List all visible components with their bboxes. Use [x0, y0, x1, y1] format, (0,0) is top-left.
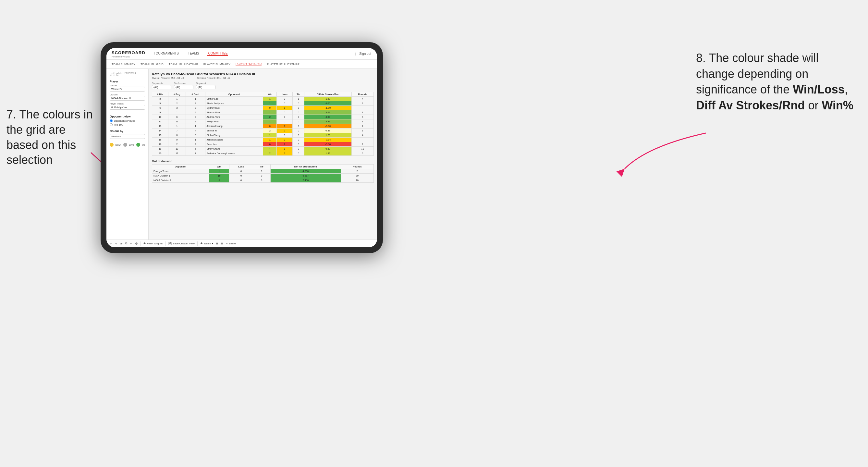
share-button[interactable]: ↗ Share — [225, 242, 236, 245]
view-original-button[interactable]: 👁 View: Original — [144, 242, 163, 245]
cell-opponent: Stella Cheng — [205, 133, 263, 137]
overall-record: Overall Record: 353 - 34 - 6 — [152, 76, 184, 80]
legend-level-label: Level — [129, 144, 135, 146]
nav-committee[interactable]: COMMITTEE — [207, 52, 228, 56]
ood-cell-diff: 7.400 — [271, 178, 341, 183]
cell-opponent: Alexis Sudijanto — [205, 101, 263, 106]
cell-rounds: 4 — [351, 97, 373, 101]
opponent-view-label: Opponent view — [110, 115, 145, 118]
cell-div: 15 — [152, 133, 168, 137]
opponent-select[interactable]: (All) — [196, 85, 215, 89]
cell-conf: 1 — [186, 124, 205, 128]
undo-icon[interactable]: ↩ — [110, 242, 112, 245]
cell-diff: 0.38 — [304, 128, 351, 133]
cell-reg: 11 — [168, 119, 186, 124]
opponent-label: Opponent — [196, 82, 215, 84]
sign-out-button[interactable]: Sign out — [359, 52, 372, 56]
legend-up-label: Up — [142, 144, 145, 146]
col-conf: # Conf — [186, 92, 205, 97]
cell-reg: 11 — [168, 151, 186, 156]
radio-top100-input[interactable] — [110, 123, 113, 126]
grid-button[interactable]: ⊟ — [221, 242, 223, 245]
player-rank-dropdown[interactable]: 8. Katelyn Vo — [110, 105, 145, 110]
cell-conf: 1 — [186, 97, 205, 101]
cell-opponent: Esther Lee — [205, 97, 263, 101]
tab-team-h2h-grid[interactable]: TEAM H2H GRID — [141, 63, 163, 66]
cell-diff: 1.50 — [304, 97, 351, 101]
nav-teams[interactable]: TEAMS — [187, 52, 199, 56]
colour-by-dropdown[interactable]: Win/loss — [110, 134, 145, 139]
copy-icon[interactable]: ⧉ — [125, 242, 127, 245]
tab-player-h2h-grid[interactable]: PLAYER H2H GRID — [236, 62, 261, 66]
cell-conf: 4 — [186, 110, 205, 115]
cell-rounds: 4 — [351, 133, 373, 137]
radio-opponents-played-input[interactable] — [110, 119, 113, 122]
cell-opponent: Andrea York — [205, 115, 263, 119]
tab-player-summary[interactable]: PLAYER SUMMARY — [204, 63, 230, 66]
cell-loss: 0 — [277, 97, 293, 101]
report-title: Katelyn Vo Head-to-Head Grid for Women's… — [152, 72, 374, 76]
radio-opponents-played[interactable]: Opponents Played — [110, 119, 145, 122]
tab-team-h2h-heatmap[interactable]: TEAM H2H HEATMAP — [169, 63, 198, 66]
save-icon: 💾 — [168, 242, 172, 245]
table-row: 14 7 4 Eunice Yi 2 2 0 0.38 9 — [152, 128, 374, 133]
redo-icon[interactable]: ↪ — [115, 242, 118, 245]
cell-win: 1 — [263, 97, 277, 101]
table-row: 15 8 5 Stella Cheng 1 0 0 1.25 4 — [152, 133, 374, 137]
gender-dropdown[interactable]: Women's — [110, 87, 145, 92]
cell-div: 20 — [152, 151, 168, 156]
layout-button[interactable]: ⊞ — [216, 242, 218, 245]
cell-win: 1 — [263, 133, 277, 137]
ood-cell-win: 1 — [209, 169, 229, 174]
cell-loss: 0 — [277, 133, 293, 137]
divider-3 — [197, 242, 197, 246]
nav-tournaments[interactable]: TOURNAMENTS — [153, 52, 180, 56]
gender-label: Gender — [110, 84, 145, 87]
ood-cell-tie: 0 — [253, 169, 270, 174]
main-content: Last Updated: 27/03/2024 16:55:38 Player… — [106, 69, 377, 240]
sub-nav: TEAM SUMMARY TEAM H2H GRID TEAM H2H HEAT… — [106, 60, 377, 69]
opponents-select[interactable]: (All) — [152, 85, 171, 89]
clock-icon[interactable]: ⏱ — [135, 242, 138, 245]
cell-tie: 0 — [293, 151, 304, 156]
save-custom-button[interactable]: 💾 Save Custom View — [168, 242, 194, 245]
separator-icon: | — [355, 52, 356, 56]
cell-loss: 0 — [277, 115, 293, 119]
data-area: Katelyn Vo Head-to-Head Grid for Women's… — [149, 69, 377, 240]
watch-button[interactable]: 👁 Watch ▾ — [200, 242, 213, 245]
tab-team-summary[interactable]: TEAM SUMMARY — [112, 63, 135, 66]
cell-div: 6 — [152, 106, 168, 110]
cell-div: 18 — [152, 142, 168, 147]
cell-diff: -0.94 — [304, 137, 351, 142]
forward-icon[interactable]: ⟳ — [120, 242, 123, 245]
cell-opponent: Euna Lee — [205, 142, 263, 147]
cut-icon[interactable]: ✂ — [130, 242, 132, 245]
eye-icon: 👁 — [144, 242, 146, 245]
logo: SCOREBOARD Powered by clippd — [112, 50, 147, 58]
cell-diff: 1.25 — [304, 133, 351, 137]
ood-col-tie: Tie — [253, 164, 270, 169]
cell-div: 16 — [152, 137, 168, 142]
watch-chevron: ▾ — [212, 242, 213, 245]
cell-loss: 0 — [277, 119, 293, 124]
legend: Down Level Up — [110, 143, 145, 147]
cell-reg: 8 — [168, 133, 186, 137]
cell-conf: 2 — [186, 142, 205, 147]
cell-loss: 2 — [277, 142, 293, 147]
cell-rounds: 3 — [351, 119, 373, 124]
radio-top100[interactable]: Top 100 — [110, 123, 145, 126]
cell-div: 10 — [152, 115, 168, 119]
conference-select[interactable]: (All) — [174, 85, 193, 89]
header-right: | Sign out — [355, 52, 372, 56]
tab-player-h2h-heatmap[interactable]: PLAYER H2H HEATMAP — [267, 63, 300, 66]
table-row: 6 3 3 Sydney Kuo 0 1 0 -1.00 — [152, 106, 374, 110]
col-win: Win — [263, 92, 277, 97]
ood-cell-diff: 9.267 — [271, 174, 341, 178]
division-dropdown[interactable]: NCAA Division III — [110, 96, 145, 101]
cell-diff: 4.00 — [304, 101, 351, 106]
share-icon: ↗ — [225, 242, 228, 245]
cell-win: 1 — [263, 110, 277, 115]
cell-conf: 2 — [186, 119, 205, 124]
col-tie: Tie — [293, 92, 304, 97]
ood-cell-win: 15 — [209, 174, 229, 178]
